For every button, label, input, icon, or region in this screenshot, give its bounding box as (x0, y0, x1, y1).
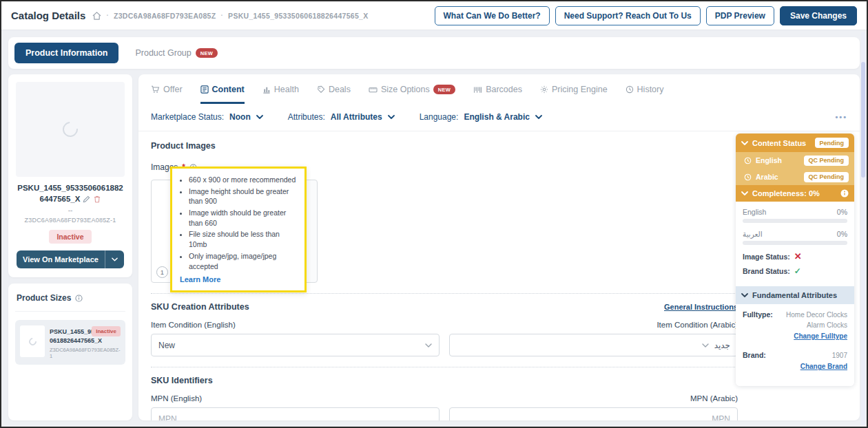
view-on-marketplace-label: View On Marketplace (17, 250, 105, 268)
qc-pending-badge: QC Pending (804, 156, 849, 166)
filter-value: English & Arabic (464, 112, 530, 122)
content-tabs: Offer Content Health Deals Size OptionsN… (138, 74, 860, 104)
tag-icon (317, 85, 325, 94)
content-status-header[interactable]: Content Status Pending (736, 133, 854, 152)
save-changes-button[interactable]: Save Changes (780, 6, 857, 25)
tooltip-list: 660 x 900 or more recommended Image heig… (179, 175, 298, 271)
feedback-button[interactable]: What Can We Do Better? (435, 6, 550, 25)
sku-identifiers-title: SKU Identifiers (151, 376, 738, 385)
attributes-filter[interactable]: Attributes: All Attributes (288, 112, 395, 122)
breadcrumb-psku: PSKU_1455_95335060618826447565_X (228, 12, 368, 20)
fulltype-line2: Alarm Clocks (807, 321, 847, 329)
tooltip-item: File size should be less than 10mb (189, 229, 298, 249)
pdp-preview-button[interactable]: PDP Preview (706, 6, 774, 25)
chevron-down-icon[interactable] (105, 250, 124, 268)
info-icon[interactable] (75, 295, 83, 302)
completeness-value: 0% (837, 230, 847, 238)
ruler-icon (369, 86, 378, 94)
tab-offer[interactable]: Offer (151, 85, 183, 104)
image-order-badge: 1 (156, 266, 168, 278)
english-status-row: English QC Pending (736, 152, 854, 169)
completeness-header[interactable]: Completeness: 0% (736, 185, 854, 202)
marketplace-status-filter[interactable]: Marketplace Status: Noon (151, 112, 263, 122)
product-sizes-header: Product Sizes (15, 292, 125, 312)
mpn-ar-label: MPN (Arabic) (449, 394, 738, 403)
view-on-marketplace-button[interactable]: View On Marketplace (17, 250, 124, 268)
change-brand-link[interactable]: Change Brand (800, 362, 847, 372)
chevron-down-icon (741, 191, 748, 195)
language-label: English (756, 156, 782, 164)
scrollbar-thumb[interactable] (861, 62, 865, 178)
brand-status-label: Brand Status: (743, 267, 790, 275)
delete-sku-icon[interactable] (94, 195, 101, 203)
tab-health[interactable]: Health (262, 85, 299, 104)
fundamental-attributes-header[interactable]: Fundamental Attributes (736, 286, 854, 304)
item-condition-ar-select[interactable]: جديد (449, 334, 738, 356)
main-panel: Offer Content Health Deals Size OptionsN… (138, 74, 860, 420)
item-condition-en-select[interactable]: New (151, 334, 440, 356)
item-condition-grid: Item Condition (English) New Item Condit… (151, 321, 738, 356)
topbar-actions: What Can We Do Better? Need Support? Rea… (435, 6, 857, 25)
completeness-value: 0% (837, 208, 847, 216)
scrollbar[interactable] (861, 32, 865, 425)
tab-label: Content (212, 85, 245, 94)
item-condition-ar-label: Item Condition (Arabic) (449, 321, 738, 329)
product-image-placeholder (16, 82, 125, 177)
size-list-item[interactable]: PSKU_1455_9533506 0618826447565_X Z3DC6A… (15, 320, 125, 365)
section-divider (151, 293, 738, 294)
sku-creation-title: SKU Creation Attributes (151, 302, 249, 312)
breadcrumb-separator: · (106, 12, 109, 19)
document-icon (200, 85, 209, 94)
mpn-en-input[interactable] (151, 407, 440, 420)
more-options-icon[interactable]: ••• (835, 113, 847, 121)
clock-icon (744, 157, 752, 164)
learn-more-link[interactable]: Learn More (180, 275, 220, 283)
chevron-down-icon (256, 115, 263, 119)
page-tabs: Product Information Product Group NEW (8, 37, 860, 69)
tab-deals[interactable]: Deals (317, 85, 351, 104)
cross-icon: ✕ (794, 252, 802, 261)
fulltype-line1: Home Decor Clocks (786, 311, 847, 319)
tooltip-item: Only image/jpg, image/jpeg accepted (189, 251, 298, 271)
tab-content[interactable]: Content (200, 85, 245, 104)
cart-icon (151, 85, 160, 94)
support-button[interactable]: Need Support? Reach Out To Us (555, 6, 701, 25)
completeness-body: English 0% العربية 0% Image Status: ✕ Br… (736, 202, 854, 286)
tooltip-item: Image width should be greater than 660 (189, 208, 298, 228)
image-status-label: Image Status: (743, 253, 790, 261)
section-divider (151, 367, 738, 367)
tab-label: Health (274, 85, 299, 94)
fundamental-attributes-title: Fundamental Attributes (752, 291, 837, 299)
loading-spinner-icon (60, 119, 81, 140)
change-fulltype-link[interactable]: Change Fulltype (786, 332, 847, 342)
product-sizes-title: Product Sizes (17, 293, 71, 303)
chevron-down-icon (741, 293, 748, 297)
tab-size-options[interactable]: Size OptionsNEW (369, 85, 455, 104)
progress-bar (743, 219, 847, 223)
tab-history[interactable]: History (626, 85, 664, 104)
product-sku-text: PSKU_1455_95335060618826447565_X (17, 184, 123, 203)
tab-label: Deals (329, 85, 351, 94)
check-icon: ✓ (794, 267, 801, 275)
home-icon[interactable] (92, 12, 101, 20)
progress-bar (743, 241, 847, 245)
filter-label: Attributes: (288, 112, 325, 122)
chart-icon (262, 85, 271, 94)
image-requirements-tooltip: 660 x 900 or more recommended Image heig… (170, 167, 307, 292)
status-panel: Content Status Pending English QC Pendin… (736, 133, 854, 386)
item-condition-en-label: Item Condition (English) (151, 321, 440, 329)
edit-sku-icon[interactable] (83, 195, 90, 203)
clock-icon (626, 85, 634, 94)
general-instructions-link[interactable]: General Instructions (664, 303, 738, 311)
tab-product-group[interactable]: Product Group NEW (135, 48, 218, 58)
completeness-label: العربية (743, 230, 763, 238)
tab-barcodes[interactable]: Barcodes (473, 85, 522, 104)
brand-label: Brand: (743, 351, 766, 372)
qc-pending-badge: QC Pending (804, 172, 849, 182)
tab-pricing-engine[interactable]: Pricing Engine (540, 85, 608, 104)
tab-product-information[interactable]: Product Information (14, 43, 118, 63)
info-filled-icon[interactable] (840, 189, 849, 197)
mpn-ar-input[interactable] (449, 407, 738, 420)
language-filter[interactable]: Language: English & Arabic (420, 112, 542, 122)
tab-label: History (637, 85, 664, 94)
